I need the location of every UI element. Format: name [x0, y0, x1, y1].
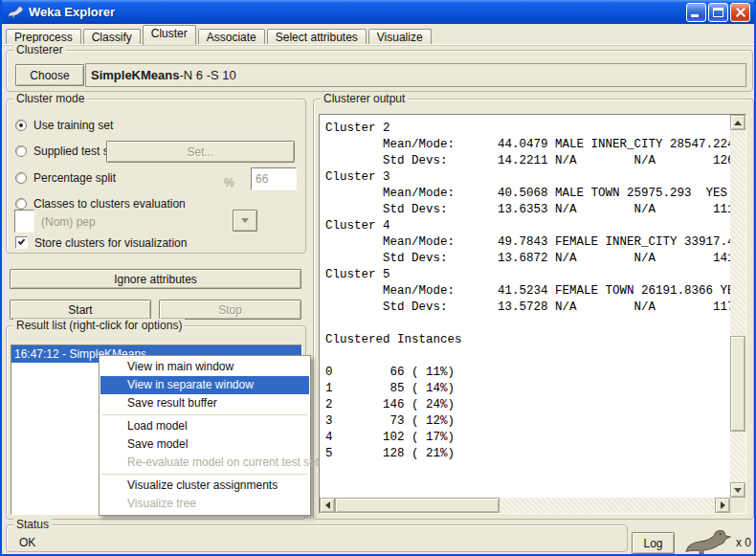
- menu-view-in-separate-window[interactable]: View in separate window: [100, 376, 309, 394]
- percent-sign-label: %: [224, 176, 234, 189]
- arrow-left-icon: [325, 501, 330, 509]
- horizontal-scrollbar[interactable]: [320, 498, 730, 513]
- menu-separator: [102, 414, 307, 415]
- arrow-down-icon: [734, 488, 742, 493]
- tab-pane-divider: [2, 44, 754, 46]
- use-training-set-label: Use training set: [33, 119, 113, 132]
- cluster-mode-group: Cluster mode Use training set Supplied t…: [6, 99, 306, 254]
- clusterer-output-text: Cluster 2 Mean/Mode: 44.0479 MALE INNER_…: [320, 115, 730, 462]
- class-combo-edit-box[interactable]: [14, 210, 34, 233]
- titlebar[interactable]: Weka Explorer: [2, 0, 754, 24]
- radio-use-training-set[interactable]: [15, 120, 27, 131]
- menu-view-in-main-window[interactable]: View in main window: [100, 358, 309, 376]
- menu-reevaluate-model[interactable]: Re-evaluate model on current test set: [100, 454, 309, 472]
- stop-button[interactable]: Stop: [159, 300, 301, 320]
- status-value: OK: [19, 536, 35, 549]
- window-controls: [686, 3, 750, 22]
- scroll-left-button[interactable]: [320, 498, 335, 513]
- radio-classes-to-clusters[interactable]: [15, 198, 27, 210]
- clusterer-output-area[interactable]: Cluster 2 Mean/Mode: 44.0479 MALE INNER_…: [320, 115, 730, 498]
- tab-classify[interactable]: Classify: [83, 29, 141, 45]
- horizontal-scroll-thumb[interactable]: [335, 498, 500, 513]
- choose-button[interactable]: Choose: [15, 64, 84, 86]
- window-title: Weka Explorer: [29, 5, 115, 19]
- status-group-label: Status: [13, 518, 52, 531]
- clusterer-output-group: Clusterer output Cluster 2 Mean/Mode: 44…: [313, 99, 754, 520]
- tab-associate[interactable]: Associate: [198, 29, 265, 45]
- scroll-down-button[interactable]: [730, 482, 745, 498]
- classes-to-clusters-label: Classes to clusters evaluation: [33, 197, 186, 211]
- ignore-attributes-button[interactable]: Ignore attributes: [10, 269, 301, 289]
- store-clusters-checkbox[interactable]: [15, 236, 28, 249]
- status-group: Status OK: [6, 524, 628, 552]
- chevron-down-icon: [241, 218, 249, 223]
- set-button[interactable]: Set...: [106, 141, 295, 163]
- scroll-up-button[interactable]: [730, 115, 745, 130]
- class-combo-dropdown-button[interactable]: [233, 210, 257, 232]
- minimize-icon: [691, 14, 699, 17]
- tab-select-attributes[interactable]: Select attributes: [267, 29, 367, 45]
- scroll-right-button[interactable]: [715, 498, 730, 513]
- menu-load-model[interactable]: Load model: [100, 417, 309, 435]
- weka-explorer-window: Weka Explorer Preprocess Classify Cluste…: [0, 0, 756, 556]
- tab-visualize[interactable]: Visualize: [368, 29, 432, 45]
- arrow-up-icon: [734, 121, 742, 125]
- menu-visualize-tree[interactable]: Visualize tree: [100, 495, 309, 513]
- minimize-button[interactable]: [686, 3, 706, 22]
- check-icon: [18, 237, 26, 245]
- radio-dot: [19, 123, 23, 127]
- percentage-split-label: Percentage split: [33, 171, 116, 185]
- scheme-options: -N 6 -S 10: [179, 68, 235, 82]
- class-combo-value: (Nom) pep: [41, 215, 96, 229]
- radio-percentage-split[interactable]: [15, 172, 27, 184]
- start-button[interactable]: Start: [10, 300, 151, 320]
- menu-save-model[interactable]: Save model: [100, 435, 309, 454]
- clusterer-scheme-panel[interactable]: SimpleKMeans -N 6 -S 10: [85, 63, 746, 87]
- percentage-split-field[interactable]: 66: [251, 167, 297, 190]
- vertical-scrollbar[interactable]: [730, 115, 745, 498]
- vertical-scroll-thumb[interactable]: [730, 336, 745, 432]
- tab-bar: Preprocess Classify Cluster Associate Se…: [2, 25, 754, 45]
- close-button[interactable]: [730, 3, 750, 22]
- menu-separator: [102, 474, 307, 475]
- clusterer-group-label: Clusterer: [13, 43, 66, 56]
- maximize-button[interactable]: [708, 3, 728, 22]
- menu-save-result-buffer[interactable]: Save result buffer: [100, 394, 309, 412]
- scheme-name: SimpleKMeans: [91, 68, 179, 82]
- radio-supplied-test-set[interactable]: [15, 145, 27, 157]
- arrow-right-icon: [721, 501, 725, 509]
- menu-visualize-cluster-assignments[interactable]: Visualize cluster assignments: [100, 477, 309, 495]
- store-clusters-label: Store clusters for visualization: [34, 236, 187, 250]
- clusterer-output-group-label: Clusterer output: [321, 92, 408, 105]
- maximize-icon: [713, 8, 723, 17]
- result-list-context-menu: View in main window View in separate win…: [99, 355, 311, 516]
- log-button[interactable]: Log: [632, 532, 675, 554]
- tab-cluster[interactable]: Cluster: [143, 25, 196, 45]
- bird-run-counter: x 0: [736, 536, 751, 549]
- result-list-group-label: Result list (right-click for options): [13, 319, 185, 332]
- weka-bird-icon: [7, 5, 24, 20]
- weka-status-bird-icon: [683, 528, 733, 555]
- clusterer-group: Clusterer Choose SimpleKMeans -N 6 -S 10: [6, 50, 753, 92]
- clusterer-output-scrollpane: Cluster 2 Mean/Mode: 44.0479 MALE INNER_…: [319, 114, 746, 514]
- cluster-mode-group-label: Cluster mode: [13, 92, 87, 105]
